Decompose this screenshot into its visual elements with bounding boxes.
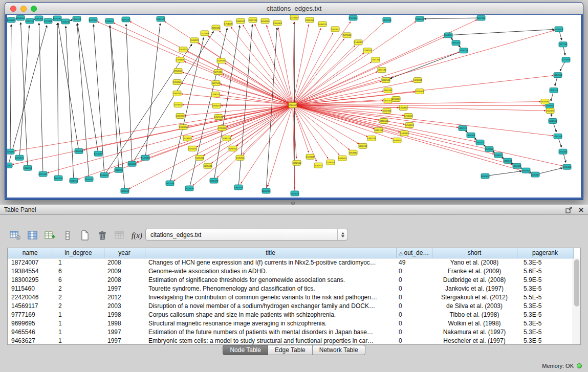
graph-node[interactable]: 1827134 (559, 42, 568, 47)
table-row[interactable]: 946362711997Embryonic stem cells: a mode… (8, 336, 573, 345)
graph-node[interactable]: 1609353 (393, 138, 402, 143)
graph-node[interactable]: 2620654 (75, 148, 83, 154)
graph-node[interactable]: 1924501 (522, 168, 531, 173)
graph-node[interactable]: 1601427 (384, 98, 393, 103)
tab-node-table[interactable]: Node Table (223, 345, 268, 355)
graph-node[interactable]: 1491052 (476, 140, 485, 145)
graph-node[interactable]: 1474520 (174, 102, 183, 107)
graph-node[interactable]: 1961372 (331, 27, 340, 32)
graph-node[interactable]: 1273443 (562, 57, 571, 62)
graph-node[interactable]: 1258120 (211, 92, 220, 97)
column-header-year[interactable]: year (104, 248, 145, 258)
graph-node[interactable]: 9864021 (174, 69, 183, 74)
graph-node[interactable]: 8290571 (15, 155, 24, 160)
graph-node[interactable]: 7712468 (44, 18, 53, 24)
network-graph[interactable]: 1868342205310487331919046385771246885912… (7, 15, 581, 198)
graph-node[interactable]: 1955814 (555, 27, 563, 32)
graph-node[interactable]: 1216034 (404, 113, 413, 118)
graph-node[interactable]: 2053104 (16, 15, 25, 20)
graph-node[interactable]: 8318104 (349, 15, 358, 20)
graph-node[interactable]: 1961083 (273, 20, 282, 26)
graph-node[interactable]: 1434562 (554, 73, 562, 78)
graph-node[interactable]: 9415087 (94, 151, 103, 156)
graph-node[interactable]: 1248503 (363, 48, 372, 53)
graph-node[interactable]: 1358205 (467, 133, 475, 138)
new-table-icon[interactable] (78, 229, 92, 242)
graph-node[interactable]: 2087314 (477, 15, 486, 20)
table-row[interactable]: 911546021997Tourette syndrome. Phenomeno… (8, 284, 573, 293)
graph-node[interactable]: 1463125 (452, 40, 461, 46)
graph-node[interactable]: 8655240 (122, 17, 130, 22)
table-row[interactable]: 1456911722003Disruption of a novel membe… (8, 301, 573, 310)
graph-node[interactable]: 1427512 (212, 81, 221, 86)
graph-hub-node[interactable]: 1724067 (289, 103, 297, 108)
graph-node[interactable]: 1572315 (290, 15, 299, 20)
graph-node[interactable]: 1868342 (7, 17, 16, 23)
function-builder-icon[interactable]: f(x) (130, 229, 144, 242)
graph-node[interactable]: 7610358 (185, 186, 194, 191)
graph-node[interactable]: 1140235 (190, 38, 199, 43)
graph-node[interactable]: 1650932 (359, 143, 367, 148)
graph-node[interactable]: 1935420 (563, 164, 572, 169)
graph-node[interactable]: 1602175 (546, 108, 555, 113)
graph-node[interactable]: 1678345 (183, 136, 192, 141)
graph-node[interactable]: 1782546 (293, 160, 301, 165)
graph-node[interactable]: 1518453 (326, 160, 335, 165)
table-row[interactable]: 2242004622012Investigating the contribut… (8, 293, 573, 301)
import-table-icon[interactable] (113, 229, 126, 242)
column-header-name[interactable]: name (8, 248, 53, 258)
graph-node[interactable]: 1581203 (173, 91, 182, 96)
graph-node[interactable]: 1696834 (413, 78, 422, 83)
graph-node[interactable]: 9245012 (121, 188, 129, 193)
graph-node[interactable]: 9233017 (105, 18, 114, 24)
graph-node[interactable]: 9314258 (24, 165, 32, 170)
graph-node[interactable]: 1853072 (212, 103, 221, 108)
graph-node[interactable]: 1604287 (384, 88, 393, 93)
graph-node[interactable]: 2073541 (343, 33, 352, 38)
column-header-short[interactable]: short (432, 248, 517, 258)
row-height-icon[interactable] (60, 229, 74, 242)
column-header-out_de[interactable]: △out_de… (396, 248, 432, 258)
graph-node[interactable]: 1154093 (405, 122, 414, 127)
graph-node[interactable]: 1777135 (378, 68, 386, 73)
column-header-title[interactable]: title (145, 248, 396, 258)
table-scrollbar[interactable] (573, 258, 580, 344)
graph-node[interactable]: 9260583 (128, 161, 137, 166)
graph-node[interactable]: 1864937 (236, 18, 245, 24)
graph-node[interactable]: 8733191 (26, 18, 34, 24)
graph-node[interactable]: 1178342 (229, 146, 237, 151)
graph-node[interactable]: 1275184 (214, 70, 223, 75)
graph-node[interactable]: 1785310 (218, 125, 227, 130)
graph-node[interactable]: 1664794 (444, 33, 453, 38)
table-row[interactable]: 946554611997Estimation of the future num… (8, 327, 573, 336)
graph-node[interactable]: 1679195 (460, 48, 468, 53)
graph-node[interactable]: 2147320 (372, 57, 380, 62)
graph-node[interactable]: 1089743 (223, 136, 231, 141)
graph-node[interactable]: 1659581 (541, 99, 550, 104)
graph-node[interactable]: 1301482 (399, 105, 408, 111)
graph-node[interactable]: 1523046 (195, 155, 204, 160)
graph-node[interactable]: 8591287 (53, 16, 62, 21)
graph-node[interactable]: 7628104 (7, 163, 13, 168)
graph-node[interactable]: 9154236 (61, 19, 70, 24)
graph-node[interactable]: 7625401 (188, 146, 197, 151)
graph-node[interactable]: 1165203 (179, 47, 188, 52)
graph-node[interactable]: 8134092 (416, 16, 424, 21)
table-row[interactable]: 1938455462009Genome-wide association stu… (8, 267, 573, 275)
graph-node[interactable]: 1154469 (416, 89, 424, 94)
float-panel-icon[interactable] (565, 207, 572, 213)
graph-node[interactable]: 1221063 (201, 31, 209, 36)
graph-node[interactable]: 8365029 (234, 185, 243, 190)
graph-node[interactable]: 1726354 (236, 155, 245, 160)
column-header-in_degree[interactable]: in_degree (53, 248, 104, 258)
graph-node[interactable]: 1602543 (549, 118, 557, 123)
table-row[interactable]: 977716911998Corpus callosum shape and si… (8, 310, 573, 319)
table-row[interactable]: 969969511998Structural magnetic resonanc… (8, 319, 573, 327)
graph-node[interactable]: 1528746 (485, 146, 494, 151)
graph-node[interactable]: 1892450 (481, 173, 490, 179)
graph-node[interactable]: 1754208 (224, 21, 233, 26)
graph-node[interactable]: 1203458 (176, 57, 185, 62)
graph-node[interactable]: 1854382 (349, 150, 358, 155)
graph-node[interactable]: 9587342 (157, 16, 165, 21)
graph-node[interactable]: 8536921 (100, 172, 109, 178)
